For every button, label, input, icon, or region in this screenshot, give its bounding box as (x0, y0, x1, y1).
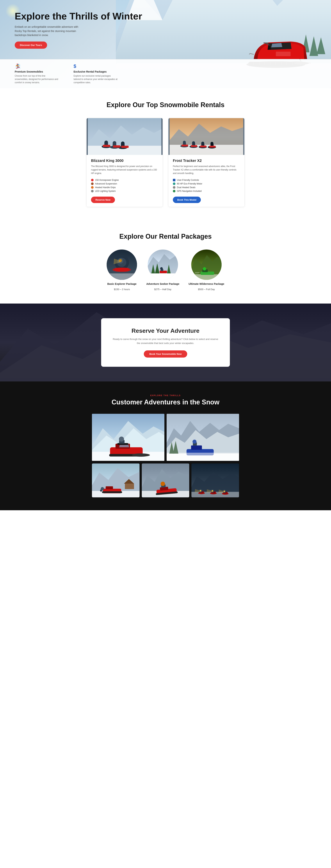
rental-card-0: Blizzard King 3000 The Blizzard King 300… (86, 118, 163, 207)
package-item-2: Ultimate Wilderness Package $500 – Full … (188, 250, 224, 291)
riders-scene-1 (87, 118, 162, 155)
feat-icon-1-1 (173, 182, 175, 185)
adventure-scene-3 (92, 463, 140, 497)
adventure-photo-2 (167, 413, 239, 461)
feature-desc-1: Explore our exclusive rental packages ta… (73, 74, 118, 84)
rentals-title: Explore Our Top Snowmobile Rentals (15, 101, 316, 109)
rental-name-1: Frost Tracker X2 (173, 159, 240, 163)
packages-section: Explore Our Rental Packages (0, 220, 331, 304)
rental-feature-0-1: Advanced Suspension (91, 182, 158, 186)
svg-rect-105 (167, 453, 239, 461)
svg-rect-57 (191, 145, 197, 147)
package-circle-2 (191, 250, 221, 280)
rental-feature-1-3: GPS Navigation Included (173, 189, 240, 193)
svg-rect-38 (103, 145, 110, 147)
rental-card-img-1 (169, 118, 244, 155)
feat-icon-1-3 (173, 190, 175, 192)
adventure-scene-1 (92, 413, 164, 461)
feat-icon-1-0: ✕ (173, 179, 175, 181)
svg-rect-25 (276, 52, 291, 56)
adventures-title: Customer Adventures in the Snow (15, 398, 316, 406)
svg-rect-56 (182, 145, 188, 147)
rental-feature-1-2: Dual Heated Seats (173, 186, 240, 189)
svg-point-52 (201, 142, 204, 145)
package-item-1: Adventure Seeker Package $275 – Half Day (146, 250, 179, 291)
svg-point-31 (104, 141, 108, 144)
package-item-0: Basic Explorer Package $150 – 2 hours (107, 250, 137, 291)
package-price-0: $150 – 2 hours (114, 288, 130, 291)
adventure-photo-5 (191, 463, 239, 497)
svg-rect-39 (113, 145, 120, 148)
dollar-icon: $ (73, 63, 118, 69)
reserve-card: Reserve Your Adventure Ready to carve th… (101, 318, 230, 367)
rental-feature-0-3: LED Lighting System (91, 189, 158, 193)
package-name-2: Ultimate Wilderness Package (188, 282, 224, 285)
package-circle-1 (148, 250, 178, 280)
adventure-photo-1 (92, 413, 164, 461)
package-circle-0 (107, 250, 137, 280)
package-img-1 (148, 250, 178, 280)
svg-point-98 (119, 437, 124, 442)
svg-rect-58 (200, 146, 207, 147)
adventures-grid-bottom (92, 463, 239, 497)
adventure-scene-4 (142, 463, 189, 497)
svg-rect-117 (102, 491, 122, 493)
svg-rect-116 (106, 486, 113, 489)
package-img-0 (107, 250, 137, 280)
svg-point-83 (203, 267, 206, 271)
book-snowmobile-button[interactable]: Book Your Snowmobile Now (144, 350, 187, 358)
package-name-0: Basic Explorer Package (108, 282, 137, 285)
rental-card-body-0: Blizzard King 3000 The Blizzard King 300… (87, 155, 162, 207)
rental-feature-1-1: 80 HP Eco-Friendly Motor (173, 182, 240, 186)
package-price-1: $275 – Half Day (154, 288, 171, 291)
hero-title: Explore the Thrills of Winter (15, 11, 150, 22)
svg-point-96 (132, 453, 150, 457)
rental-features-1: ✕ User-Friendly Controls 80 HP Eco-Frien… (173, 178, 240, 193)
adventure-photo-3 (92, 463, 140, 497)
svg-rect-80 (191, 274, 221, 280)
svg-rect-67 (115, 268, 129, 271)
rental-feature-1-0: ✕ User-Friendly Controls (173, 178, 240, 182)
reserve-section: Reserve Your Adventure Ready to carve th… (0, 304, 331, 381)
rentals-grid: Blizzard King 3000 The Blizzard King 300… (86, 118, 245, 207)
svg-rect-40 (121, 146, 129, 148)
svg-point-34 (113, 141, 116, 145)
rental-card-1: Frost Tracker X2 Perfect for beginners a… (168, 118, 245, 207)
feat-icon-0-3 (91, 190, 94, 192)
svg-point-119 (101, 487, 104, 490)
riders-scene-2 (169, 118, 244, 155)
packages-title: Explore Our Rental Packages (15, 232, 316, 240)
discover-tours-button[interactable]: Discover Our Tours (15, 41, 47, 49)
adventures-grid-top (92, 413, 239, 461)
feature-desc-0: Choose from our top-of-the-line snowmobi… (15, 74, 59, 84)
hero-subtitle: Embark on an unforgettable snowmobile ad… (15, 25, 85, 37)
adventure-photo-4 (142, 463, 189, 497)
svg-rect-68 (107, 273, 137, 280)
package-price-2: $500 – Full Day (198, 288, 215, 291)
feat-icon-0-2 (91, 186, 94, 189)
adventure-scene-5 (191, 463, 239, 497)
adventures-section: EXPLORE THE THRILLS Customer Adventures … (0, 381, 331, 510)
packages-grid: Basic Explorer Package $150 – 2 hours (15, 250, 316, 291)
svg-rect-59 (209, 146, 216, 148)
feature-title-1: Exclusive Rental Packages (73, 70, 118, 73)
rental-desc-0: The Blizzard King 3000 is designed for p… (91, 165, 158, 175)
svg-point-37 (121, 142, 125, 145)
reserve-now-button[interactable]: Reserve Now (91, 196, 115, 203)
rental-feature-0-0: 150 Horsepower Engine (91, 178, 158, 182)
feat-icon-1-2 (173, 186, 175, 189)
feat-icon-0-0 (91, 179, 94, 181)
svg-rect-71 (148, 273, 178, 280)
book-this-model-button[interactable]: Book This Model (173, 196, 201, 203)
reserve-title: Reserve Your Adventure (112, 328, 219, 334)
svg-point-49 (192, 141, 195, 144)
rental-card-body-1: Frost Tracker X2 Perfect for beginners a… (169, 155, 244, 207)
svg-point-46 (183, 141, 186, 144)
svg-rect-113 (125, 484, 134, 489)
svg-rect-104 (191, 445, 202, 450)
svg-point-55 (211, 142, 213, 145)
feature-item-0: 🏂 Premium Snowmobiles Choose from our to… (15, 63, 59, 84)
hero-section: Explore the Thrills of Winter Embark on … (0, 0, 331, 88)
reserve-desc: Ready to carve through the snow on your … (112, 337, 219, 345)
adventures-label: EXPLORE THE THRILLS (15, 394, 316, 397)
